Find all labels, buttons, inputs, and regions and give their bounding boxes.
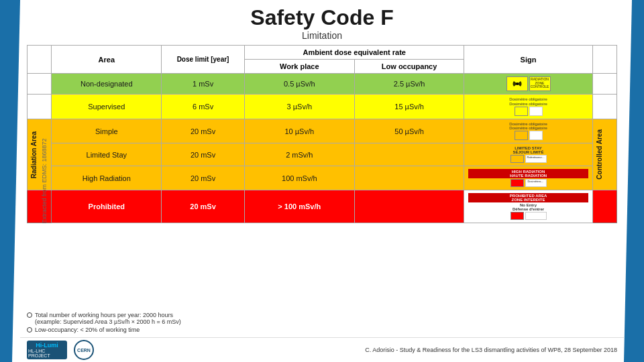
cell-dose-simple: 20 mSv — [162, 119, 245, 143]
th-area2: Area — [52, 46, 162, 74]
cell-wp-limited: 2 mSv/h — [244, 143, 354, 166]
sign-image-high: HIGH RADIATIONHAUTE RADIATION Dosimètres… — [468, 169, 588, 187]
th-ambient: Ambient dose equivalent rate — [244, 46, 464, 60]
cell-area-sup: Supervised — [52, 95, 162, 119]
accent-right — [624, 0, 644, 362]
cell-wp-sup: 3 µSv/h — [244, 95, 354, 119]
cell-ctrl-simple: Controlled Area — [592, 119, 616, 190]
cell-lo-high — [354, 166, 464, 190]
note-text-1: Total number of working hours per year: … — [35, 312, 181, 325]
cell-ctrl-nd — [592, 74, 616, 95]
cell-wp-simple: 10 µSv/h — [244, 119, 354, 143]
cell-dose-sup: 6 mSv — [162, 95, 245, 119]
cell-wp-high: 100 mSv/h — [244, 166, 354, 190]
note-item-2: Low-occupancy: < 20% of working time — [27, 326, 617, 333]
cell-sign-limited: LIMITED STAYSÉJOUR LIMITÉ Ralentisseur… — [464, 143, 592, 166]
cell-area-simple: Simple — [52, 119, 162, 143]
safety-table: Area Dose limit [year] Ambient dose equi… — [27, 45, 617, 223]
cell-wp-proh: > 100 mSv/h — [244, 190, 354, 223]
cell-sign-nd: RADIATIONZONE CONTROLE — [464, 74, 592, 95]
table-wrapper: Area Dose limit [year] Ambient dose equi… — [20, 42, 624, 309]
cell-lo-simple: 50 µSv/h — [354, 119, 464, 143]
th-lowoccupancy: Low occupancy — [354, 60, 464, 74]
bullet-icon-2 — [27, 327, 32, 333]
table-row: Prohibited 20 mSv > 100 mSv/h PROHIBITED… — [28, 190, 617, 223]
table-header-row: Area Dose limit [year] Ambient dose equi… — [28, 46, 617, 60]
cell-lo-proh — [354, 190, 464, 223]
th-controlled — [592, 46, 616, 74]
footer-notes: Total number of working hours per year: … — [20, 309, 624, 336]
header: Safety Code F Limitation — [20, 0, 624, 42]
page-title: Safety Code F — [20, 5, 624, 30]
cell-lo-nd: 2.5 µSv/h — [354, 74, 464, 95]
bottom-bar: Hi-Lumi HL-LHC PROJECT CERN C. Adorisio … — [20, 337, 624, 362]
hilumi-logo: Hi-Lumi HL-LHC PROJECT — [27, 341, 67, 359]
main-content: Safety Code F Limitation Area Dose limit… — [20, 0, 624, 362]
hilumi-logo-text1: Hi-Lumi — [36, 342, 58, 349]
table-row: Non-designated 1 mSv 0.5 µSv/h 2.5 µSv/h… — [28, 74, 617, 95]
bullet-icon-1 — [27, 312, 32, 318]
cell-dose-high: 20 mSv — [162, 166, 245, 190]
cell-area-limited: Limited Stay — [52, 143, 162, 166]
cell-lo-limited — [354, 143, 464, 166]
th-sign: Sign — [464, 46, 592, 74]
cell-sign-simple: Dosimètre obligatoireDosimètre obligatoi… — [464, 119, 592, 143]
controlled-area-label: Controlled Area — [594, 128, 604, 181]
sign-image-limited: LIMITED STAYSÉJOUR LIMITÉ Ralentisseur… — [468, 146, 588, 163]
note-text-2: Low-occupancy: < 20% of working time — [35, 326, 140, 333]
cell-ctrl-sup — [592, 95, 616, 119]
cell-sign-proh: PROHIBITED AREAZONE INTERDITE No EntryDé… — [464, 190, 592, 223]
page-subtitle: Limitation — [20, 30, 624, 41]
th-workplace: Work place — [244, 60, 354, 74]
table-row: Radiation Area Simple 20 mSv 10 µSv/h 50… — [28, 119, 617, 143]
table-row: High Radiation 20 mSv 100 mSv/h HIGH RAD… — [28, 166, 617, 190]
th-dose: Dose limit [year] — [162, 46, 245, 74]
citation: C. Adorisio - Study & Readiness for the … — [94, 347, 617, 353]
note-item-1: Total number of working hours per year: … — [27, 312, 617, 325]
cell-rad-area-sup — [28, 95, 52, 119]
sign-image-sup: Dosimètre obligatoireDosimètre obligatoi… — [468, 97, 588, 116]
cell-ctrl-proh — [592, 190, 616, 223]
sign-image-nd: RADIATIONZONE CONTROLE — [468, 76, 588, 91]
cell-area-high: High Radiation — [52, 166, 162, 190]
sign-image-proh: PROHIBITED AREAZONE INTERDITE No EntryDé… — [468, 193, 588, 220]
cell-area-nd: Non-designated — [52, 74, 162, 95]
th-area — [28, 46, 52, 74]
cell-wp-nd: 0.5 µSv/h — [244, 74, 354, 95]
hilumi-logo-text2: HL-LHC PROJECT — [28, 349, 66, 358]
cell-rad-area-nd — [28, 74, 52, 95]
cell-rad-area-lbl: Radiation Area — [28, 119, 52, 190]
logos: Hi-Lumi HL-LHC PROJECT CERN — [27, 340, 94, 360]
radiation-area-label: Radiation Area — [29, 130, 39, 180]
cell-rad-area-proh — [28, 190, 52, 223]
edms-watermark: Extracted from EDMS: 1868872 — [41, 138, 48, 223]
cell-sign-high: HIGH RADIATIONHAUTE RADIATION Dosimètres… — [464, 166, 592, 190]
cell-area-proh: Prohibited — [52, 190, 162, 223]
table-row: Limited Stay 20 mSv 2 mSv/h LIMITED STAY… — [28, 143, 617, 166]
cell-lo-sup: 15 µSv/h — [354, 95, 464, 119]
table-row: Supervised 6 mSv 3 µSv/h 15 µSv/h Dosimè… — [28, 95, 617, 119]
cell-sign-sup: Dosimètre obligatoireDosimètre obligatoi… — [464, 95, 592, 119]
accent-left — [0, 0, 20, 362]
sign-image-simple: Dosimètre obligatoireDosimètre obligatoi… — [468, 122, 588, 140]
cell-dose-nd: 1 mSv — [162, 74, 245, 95]
cern-logo: CERN — [74, 340, 94, 360]
cell-dose-proh: 20 mSv — [162, 190, 245, 223]
cell-dose-limited: 20 mSv — [162, 143, 245, 166]
